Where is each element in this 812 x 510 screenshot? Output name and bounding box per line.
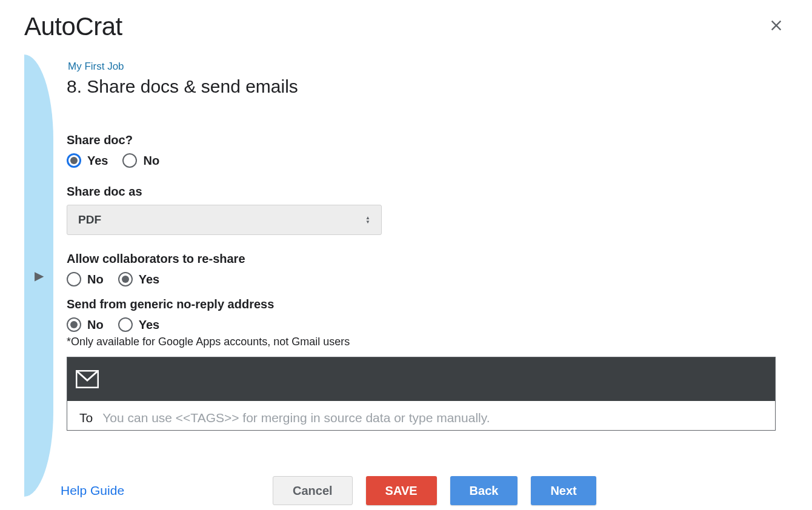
generic-noreply-no-label: No bbox=[87, 318, 104, 332]
breadcrumb-job-name: My First Job bbox=[68, 61, 788, 73]
step-title: 8. Share docs & send emails bbox=[67, 76, 788, 97]
save-button[interactable]: SAVE bbox=[366, 476, 437, 505]
allow-reshare-no-radio[interactable] bbox=[67, 272, 81, 286]
app-title: AutoCrat bbox=[24, 12, 122, 41]
share-doc-no-label: No bbox=[143, 154, 159, 168]
allow-reshare-no-label: No bbox=[87, 273, 104, 286]
generic-noreply-no-radio[interactable] bbox=[67, 317, 81, 332]
share-doc-yes-label: Yes bbox=[87, 154, 108, 168]
email-header bbox=[67, 357, 775, 401]
generic-noreply-label: Send from generic no-reply address bbox=[67, 297, 788, 311]
generic-noreply-yes-radio[interactable] bbox=[118, 317, 133, 332]
allow-reshare-yes-radio[interactable] bbox=[118, 272, 133, 286]
select-arrows-icon: ▲▼ bbox=[365, 216, 370, 224]
share-doc-as-select[interactable]: PDF ▲▼ bbox=[67, 205, 382, 235]
share-doc-label: Share doc? bbox=[67, 133, 788, 147]
allow-reshare-label: Allow collaborators to re-share bbox=[67, 252, 788, 266]
email-to-label: To bbox=[79, 411, 93, 425]
share-doc-no-radio[interactable] bbox=[122, 153, 137, 168]
email-to-input[interactable]: You can use <<TAGS>> for merging in sour… bbox=[102, 411, 490, 425]
allow-reshare-yes-label: Yes bbox=[139, 273, 159, 286]
sidebar-expand-tab[interactable]: ▶ bbox=[24, 55, 53, 497]
share-doc-yes-radio[interactable] bbox=[67, 153, 81, 168]
back-button[interactable]: Back bbox=[450, 476, 518, 505]
share-doc-as-label: Share doc as bbox=[67, 185, 788, 199]
envelope-icon bbox=[76, 370, 99, 388]
generic-noreply-hint: *Only available for Google Apps accounts… bbox=[67, 336, 788, 348]
cancel-button[interactable]: Cancel bbox=[273, 476, 353, 505]
close-icon[interactable] bbox=[765, 13, 788, 40]
next-button[interactable]: Next bbox=[531, 476, 596, 505]
help-guide-link[interactable]: Help Guide bbox=[61, 483, 124, 498]
share-doc-as-value: PDF bbox=[78, 213, 101, 227]
email-composer: To You can use <<TAGS>> for merging in s… bbox=[67, 357, 776, 431]
chevron-right-icon: ▶ bbox=[35, 268, 44, 283]
generic-noreply-yes-label: Yes bbox=[139, 318, 159, 332]
